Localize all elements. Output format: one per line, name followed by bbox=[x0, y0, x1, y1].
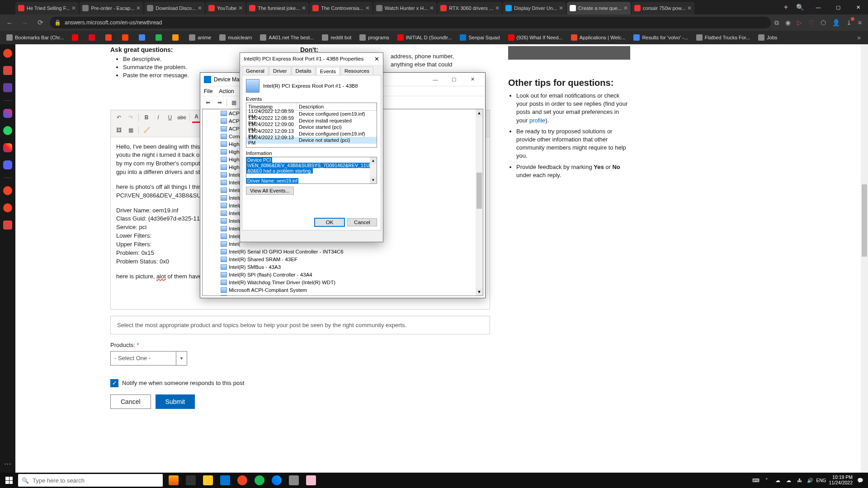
browser-tab[interactable]: The Controversia...✕ bbox=[310, 2, 373, 14]
browser-tab[interactable]: corsair 750w pow...✕ bbox=[632, 2, 694, 14]
tab-close-icon[interactable]: ✕ bbox=[493, 5, 500, 11]
sidebar-app2-icon[interactable] bbox=[3, 186, 12, 195]
bookmarks-overflow[interactable]: » bbox=[854, 34, 864, 41]
bookmark-item[interactable]: musiclearn bbox=[217, 33, 255, 42]
screenshot-icon[interactable]: ⧉ bbox=[774, 19, 779, 27]
tab-close-icon[interactable]: ✕ bbox=[622, 5, 628, 11]
browser-tab[interactable]: YouTube✕ bbox=[206, 2, 245, 14]
cube-icon[interactable]: ⬡ bbox=[821, 19, 826, 26]
strike-button[interactable]: abc bbox=[176, 112, 187, 123]
tray-chevron-icon[interactable]: ˄ bbox=[764, 477, 770, 483]
browser-tab[interactable]: Watch Hunter x H...✕ bbox=[373, 2, 437, 14]
products-select[interactable]: - Select One - ▼ bbox=[110, 351, 187, 366]
bookmark-item[interactable]: Flatbed Trucks For... bbox=[693, 33, 753, 42]
devmgr-fwd[interactable]: ➡ bbox=[215, 98, 225, 108]
devmgr-menu-item[interactable]: File bbox=[204, 88, 212, 94]
tab-close-icon[interactable]: ✕ bbox=[557, 5, 563, 11]
tray-onedrive-icon[interactable]: ☁ bbox=[785, 477, 792, 483]
browser-tab[interactable]: Display Driver Un...✕ bbox=[503, 2, 566, 14]
devmgr-tree-item[interactable]: Intel(R) SPI (flash) Controller - 43A4 bbox=[203, 271, 483, 278]
image-button[interactable]: 🖼 bbox=[113, 125, 124, 136]
browser-tab[interactable]: He Tried Selling F...✕ bbox=[15, 2, 79, 14]
submit-button[interactable]: Submit bbox=[156, 394, 195, 409]
url-field[interactable]: 🔒 answers.microsoft.com/en-us/newthread bbox=[50, 17, 771, 28]
sidebar-messenger-icon[interactable] bbox=[3, 109, 12, 118]
cancel-button[interactable]: Cancel bbox=[347, 218, 377, 226]
taskbar-app[interactable] bbox=[269, 473, 285, 488]
sidebar-whatsapp-icon[interactable] bbox=[3, 126, 12, 135]
sidebar-twitch-icon[interactable] bbox=[3, 83, 12, 92]
taskbar-opera[interactable] bbox=[234, 473, 250, 488]
view-all-events-button[interactable]: View All Events... bbox=[246, 187, 294, 195]
taskbar-leaf-icon[interactable] bbox=[165, 473, 182, 488]
devmgr-tb-btn[interactable]: ▦ bbox=[229, 98, 239, 108]
redo-button[interactable]: ↷ bbox=[125, 112, 136, 123]
table-button[interactable]: ▦ bbox=[125, 125, 136, 136]
event-row[interactable]: 11/24/2022 12:09:13 PMDevice not started… bbox=[246, 137, 377, 144]
scroll-up-icon[interactable]: ▲ bbox=[476, 109, 483, 117]
props-tab[interactable]: Details bbox=[292, 66, 316, 75]
close-button[interactable]: ✕ bbox=[848, 0, 868, 14]
profile-icon[interactable]: 👤 bbox=[832, 19, 840, 26]
tray-lang-icon[interactable]: ENG bbox=[818, 477, 824, 483]
bookmark-item[interactable] bbox=[103, 33, 117, 42]
props-close-button[interactable]: ✕ bbox=[374, 56, 379, 62]
page-scrollbar[interactable] bbox=[861, 44, 868, 473]
bookmark-item[interactable]: AA01.net The best... bbox=[257, 33, 316, 42]
taskbar-app[interactable] bbox=[286, 473, 302, 488]
devmgr-tree-item[interactable]: Intel(R) Shared SRAM - 43EF bbox=[203, 255, 483, 263]
devmgr-scroll-thumb[interactable] bbox=[476, 173, 482, 209]
devmgr-maximize[interactable]: ▢ bbox=[445, 74, 463, 85]
tab-close-icon[interactable]: ✕ bbox=[236, 5, 243, 11]
sidebar-app-icon[interactable] bbox=[3, 66, 12, 75]
devmgr-tree-item[interactable]: Microsoft Basic Display Driver bbox=[203, 294, 483, 296]
scroll-up-icon[interactable]: ▲ bbox=[370, 157, 377, 164]
browser-tab[interactable]: Create a new que...✕ bbox=[567, 2, 631, 14]
bookmark-item[interactable]: Results for 'volvo' -... bbox=[631, 33, 690, 42]
props-tab[interactable]: General bbox=[242, 66, 269, 75]
browser-tab[interactable]: Download Disco...✕ bbox=[144, 2, 205, 14]
devmgr-tree-item[interactable]: Microsoft ACPI-Compliant System bbox=[203, 286, 483, 294]
camera-icon[interactable]: ◉ bbox=[785, 19, 791, 26]
tab-search-icon[interactable]: 🔍 bbox=[796, 4, 804, 11]
tray-notifications-icon[interactable]: 💬 bbox=[857, 477, 863, 483]
tray-onedrive-icon[interactable]: ☁ bbox=[774, 477, 781, 483]
ok-button[interactable]: OK bbox=[315, 218, 344, 226]
italic-button[interactable]: I bbox=[153, 112, 164, 123]
sidebar-more-icon[interactable]: ⋯ bbox=[4, 460, 11, 468]
profile-link[interactable]: profile bbox=[529, 117, 545, 124]
tray-network-icon[interactable]: 🖧 bbox=[796, 477, 802, 483]
sidebar-app3-icon[interactable] bbox=[3, 203, 12, 212]
taskbar-search[interactable]: 🔍 Type here to search bbox=[18, 474, 163, 487]
bookmark-item[interactable]: programs bbox=[357, 33, 392, 42]
bookmark-item[interactable]: INITIAL D (Soundtr... bbox=[395, 33, 455, 42]
download-icon[interactable]: ⤓ bbox=[846, 19, 852, 26]
back-button[interactable]: ← bbox=[4, 17, 15, 28]
tab-close-icon[interactable]: ✕ bbox=[70, 5, 76, 11]
bookmark-item[interactable]: reddit bot bbox=[319, 33, 354, 42]
props-tab[interactable]: Events bbox=[316, 67, 340, 75]
cancel-button[interactable]: Cancel bbox=[110, 394, 151, 409]
info-scrollbar[interactable]: ▲ ▼ bbox=[370, 157, 377, 183]
tab-close-icon[interactable]: ✕ bbox=[300, 5, 306, 11]
underline-button[interactable]: U bbox=[165, 112, 175, 123]
taskbar-paint[interactable] bbox=[303, 473, 319, 488]
clear-format-button[interactable]: 🧹 bbox=[141, 125, 152, 136]
browser-tab[interactable]: RTX 3060 drivers ...✕ bbox=[438, 2, 502, 14]
page-scroll-thumb[interactable] bbox=[862, 184, 867, 257]
props-titlebar[interactable]: Intel(R) PCI Express Root Port #1 - 43B8… bbox=[240, 53, 383, 65]
tab-close-icon[interactable]: ✕ bbox=[196, 5, 202, 11]
sidebar-opera-icon[interactable] bbox=[3, 49, 12, 58]
bookmark-item[interactable] bbox=[69, 33, 83, 42]
sidebar-instagram-icon[interactable] bbox=[3, 143, 12, 152]
taskbar-spotify[interactable] bbox=[251, 473, 268, 488]
undo-button[interactable]: ↶ bbox=[113, 112, 124, 123]
browser-tab[interactable]: The funniest joke...✕ bbox=[246, 2, 309, 14]
devmgr-tree-item[interactable]: Intel(R) Watchdog Timer Driver (Intel(R)… bbox=[203, 278, 483, 286]
devmgr-back[interactable]: ⬅ bbox=[203, 98, 213, 108]
scroll-down-icon[interactable]: ▼ bbox=[476, 288, 483, 296]
bookmark-item[interactable] bbox=[119, 33, 133, 42]
taskbar-explorer[interactable] bbox=[200, 473, 216, 488]
props-tab[interactable]: Resources bbox=[340, 66, 373, 75]
devmgr-close[interactable]: ✕ bbox=[463, 74, 481, 85]
